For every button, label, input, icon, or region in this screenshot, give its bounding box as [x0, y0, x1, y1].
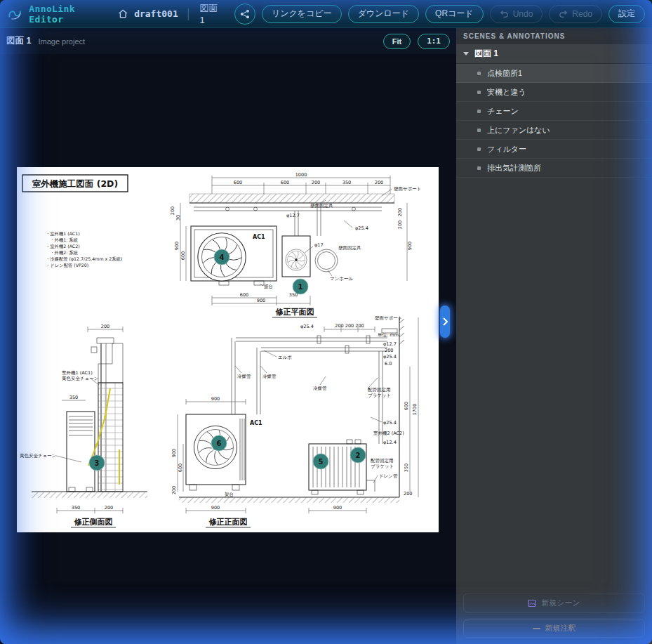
undo-icon [500, 9, 509, 18]
settings-button[interactable]: 設定 [608, 5, 645, 23]
view-caption: 修正側面図 [74, 518, 113, 527]
note-label: 単位: mm [378, 332, 399, 338]
annotation-label: 実機と違う [487, 87, 526, 98]
home-icon[interactable] [118, 8, 128, 20]
annotation-label: 上にファンはない [487, 125, 550, 136]
redo-label: Redo [572, 9, 592, 19]
annotation-marker-1[interactable]: 1 [293, 279, 308, 294]
qr-code-button[interactable]: QRコード [425, 5, 484, 23]
drawing-sheet[interactable]: 室外機施工図面 (2D) ・室外機1 (AC1) ・外機1: 系統 ・室外機2 … [17, 167, 439, 532]
svg-text:・室外機2 (AC2): ・室外機2 (AC2) [46, 244, 80, 249]
svg-text:4: 4 [220, 254, 225, 261]
part-label: 壁面サポート [394, 186, 421, 192]
annotations-sidebar: SCENES & ANNOTATIONS 図面 1 点検箇所1 実機と違う チェ… [456, 28, 652, 644]
annotation-marker-2[interactable]: 2 [350, 447, 366, 463]
dim-label: 600 [234, 180, 242, 185]
annotation-marker-3[interactable]: 3 [89, 455, 105, 471]
bullet-icon [477, 110, 481, 113]
new-annotation-label: 新規注釈 [545, 623, 576, 633]
dim-label: 900 [333, 505, 342, 511]
bullet-icon [477, 129, 481, 132]
new-scene-button[interactable]: 新規シーン [463, 593, 645, 613]
undo-label: Undo [513, 9, 533, 19]
part-label: エルボ [278, 355, 292, 360]
fit-label: Fit [392, 37, 401, 46]
bullet-icon [477, 72, 481, 75]
dim-label: 600 [180, 251, 186, 260]
svg-text:・室外機1 (AC1): ・室外機1 (AC1) [46, 231, 80, 236]
separator: │ [186, 8, 192, 20]
sidebar-footer: 新規シーン 新規注釈 [463, 593, 645, 638]
dim-label: 600 [178, 464, 183, 472]
svg-text:1: 1 [298, 283, 303, 291]
dim-label: 350 [404, 464, 409, 472]
part-label: 黄色安全チェーン [20, 453, 56, 459]
settings-label: 設定 [618, 8, 635, 20]
part-label: ブラケット [371, 464, 394, 469]
dim-label: φ25.4 [355, 225, 368, 231]
part-label: 架台 [225, 492, 234, 497]
project-name: draft001 [134, 8, 178, 19]
dim-label: 600 [281, 180, 289, 185]
annotation-list-item[interactable]: フィルター [456, 140, 652, 159]
part-label: 室外機2 (AC2) [373, 431, 404, 436]
dim-label: φ17 [314, 242, 324, 248]
app-logo-icon [7, 5, 22, 23]
actual-size-button[interactable]: 1:1 [418, 34, 450, 49]
canvas-panel: 図面 1 Image project Fit 1:1 [0, 28, 456, 644]
download-label: ダウンロード [358, 8, 409, 20]
dim-label: φ25.4 [383, 354, 397, 360]
dim-label: 600 [240, 292, 248, 298]
annotation-list-item[interactable]: 実機と違う [456, 83, 652, 102]
canvas-header: 図面 1 Image project Fit 1:1 [0, 28, 456, 54]
app-title: AnnoLink Editor [29, 4, 102, 25]
bullet-icon [477, 166, 481, 170]
canvas-scene-title: 図面 1 [6, 35, 31, 47]
current-scene-name: 図面 1 [200, 2, 222, 25]
canvas-body: 室外機施工図面 (2D) ・室外機1 (AC1) ・外機1: 系統 ・室外機2 … [0, 54, 456, 644]
dim-label: 200 [171, 486, 177, 494]
dim-label: 1000 [295, 172, 307, 178]
annotation-list-item[interactable]: 上にファンはない [456, 121, 652, 140]
sidebar-toggle-handle[interactable] [440, 305, 450, 338]
dim-label: 1700 [412, 404, 418, 416]
dim-label: 200 [385, 348, 393, 353]
annotation-list-item[interactable]: チェーン [456, 102, 652, 121]
drawing-title: 室外機施工図面 (2D) [32, 178, 118, 189]
new-annotation-button[interactable]: 新規注釈 [463, 619, 645, 638]
new-scene-label: 新規シーン [541, 598, 580, 608]
sidebar-scene-label: 図面 1 [474, 48, 498, 60]
sidebar-scene-row[interactable]: 図面 1 [456, 44, 652, 64]
dim-label: 6.0 [385, 361, 392, 367]
dim-label: 200 [105, 505, 113, 511]
dim-label: 900 [211, 505, 220, 511]
actual-size-label: 1:1 [427, 37, 441, 46]
part-label: ブラケット [368, 393, 391, 398]
part-label: ドレン管 [379, 473, 398, 479]
part-label: 壁面固定具 [310, 203, 333, 209]
annotation-marker-4[interactable]: 4 [214, 249, 229, 265]
dim-label: 900 [407, 242, 413, 250]
annotation-list-item[interactable]: 排出気計測箇所 [456, 159, 652, 178]
dim-label: φ25.4 [383, 420, 397, 426]
copy-link-button[interactable]: リンクをコピー [262, 5, 342, 23]
view-caption: 修正平面図 [275, 308, 314, 317]
svg-text:2: 2 [356, 452, 361, 459]
fit-button[interactable]: Fit [383, 34, 411, 49]
dim-label: 200 [397, 221, 403, 229]
dim-label: φ25.4 [300, 324, 314, 329]
dim-label: φ12.7 [383, 341, 397, 347]
caret-down-icon [463, 52, 469, 55]
top-bar: AnnoLink Editor draft001 │ 図面 1 リンクをコピー … [0, 0, 652, 28]
redo-button[interactable]: Redo [549, 5, 602, 23]
undo-button[interactable]: Undo [490, 5, 543, 23]
download-button[interactable]: ダウンロード [348, 5, 419, 23]
annotation-marker-6[interactable]: 6 [211, 435, 227, 451]
dash-icon [533, 628, 540, 629]
part-label: 冷媒管 [262, 374, 277, 379]
dim-label: 900 [211, 396, 220, 402]
svg-text:3: 3 [95, 459, 100, 467]
share-button[interactable] [234, 4, 255, 25]
annotation-marker-5[interactable]: 5 [313, 454, 328, 469]
annotation-list-item[interactable]: 点検箇所1 [456, 64, 652, 83]
